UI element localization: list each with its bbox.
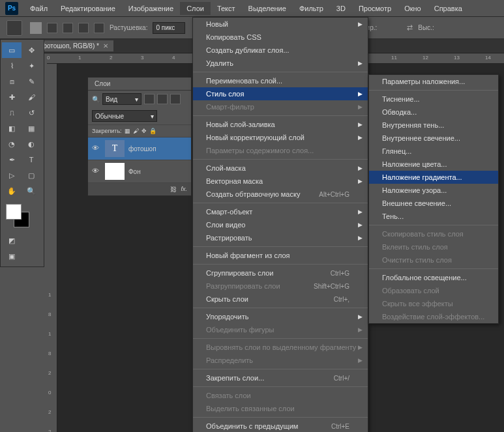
layers-tab[interactable]: Слои: [88, 78, 191, 91]
selection-new-icon[interactable]: [47, 23, 57, 33]
menu-item[interactable]: Удалить▶: [193, 57, 368, 70]
menu-item[interactable]: Внешнее свечение...: [369, 197, 498, 210]
menu-3d[interactable]: 3D: [330, 2, 352, 15]
menu-item[interactable]: Объединить с предыдущимCtrl+E: [193, 420, 368, 432]
shape-tool[interactable]: ▢: [22, 167, 41, 183]
link-icon[interactable]: ⛓: [170, 186, 177, 193]
color-swatches[interactable]: [5, 203, 31, 229]
feather-input[interactable]: [153, 22, 185, 34]
menu-item[interactable]: Слой-маска▶: [193, 162, 368, 175]
menu-фильтр[interactable]: Фильтр: [293, 2, 330, 15]
marquee-tool[interactable]: ▭: [2, 42, 22, 58]
menu-item[interactable]: Растрировать▶: [193, 231, 368, 244]
quickmask-tool[interactable]: ◩: [2, 233, 22, 248]
lock-all-icon[interactable]: 🔒: [149, 128, 156, 134]
screenmode-tool[interactable]: ▣: [2, 248, 22, 264]
menu-item[interactable]: Новый слой-заливка▶: [193, 118, 368, 131]
menu-item: Выделить связанные слои: [193, 402, 368, 415]
swap-icon[interactable]: ⇄: [407, 23, 413, 32]
menu-файл[interactable]: Файл: [23, 2, 54, 15]
close-icon[interactable]: ✕: [103, 42, 108, 50]
layer-item[interactable]: 👁 T фотошоп: [88, 137, 191, 160]
path-tool[interactable]: ▷: [2, 167, 22, 183]
menu-item[interactable]: Тиснение...: [369, 93, 498, 106]
menu-редактирование[interactable]: Редактирование: [54, 2, 122, 15]
brush-tool[interactable]: 🖌: [22, 89, 41, 105]
menu-item[interactable]: Векторная маска▶: [193, 175, 368, 188]
menu-item[interactable]: Новый▶: [193, 18, 368, 31]
menu-слои[interactable]: Слои: [180, 2, 211, 15]
menu-item[interactable]: Глобальное освещение...: [369, 271, 498, 284]
menu-item[interactable]: Наложение узора...: [369, 184, 498, 197]
stamp-tool[interactable]: ⎍: [2, 105, 22, 121]
menu-просмотр[interactable]: Просмотр: [352, 2, 398, 15]
lasso-tool[interactable]: ⌇: [2, 58, 22, 74]
gradient-tool[interactable]: ▦: [22, 121, 41, 136]
menu-item[interactable]: Слои видео▶: [193, 218, 368, 231]
marquee-shape-icon[interactable]: [30, 22, 42, 34]
zoom-tool[interactable]: 🔍: [22, 183, 41, 199]
menu-item: Скопировать стиль слоя: [369, 227, 498, 240]
menu-item[interactable]: Стиль слоя▶: [193, 87, 368, 100]
menu-item[interactable]: Наложение цвета...: [369, 158, 498, 171]
tool-preset-icon[interactable]: [7, 20, 22, 36]
menu-item[interactable]: Тень...: [369, 210, 498, 223]
crop-tool[interactable]: ⧈: [2, 74, 22, 89]
menu-item[interactable]: Упорядочить▶: [193, 310, 368, 323]
pen-tool[interactable]: ✒: [2, 152, 22, 167]
selection-intersect-icon[interactable]: [94, 23, 104, 33]
menu-изображение[interactable]: Изображение: [122, 2, 180, 15]
layer-thumbnail[interactable]: T: [105, 140, 125, 157]
menu-item[interactable]: Внутренняя тень...: [369, 119, 498, 132]
feather-label: Растушевка:: [110, 24, 147, 31]
foreground-color[interactable]: [6, 204, 22, 220]
dodge-tool[interactable]: ◐: [22, 136, 41, 152]
filter-icon-3[interactable]: [170, 94, 181, 104]
move-tool[interactable]: ✥: [22, 42, 41, 58]
blend-mode-select[interactable]: Обычные▾: [92, 110, 157, 122]
menu-item[interactable]: Смарт-объект▶: [193, 205, 368, 218]
visibility-icon[interactable]: 👁: [92, 167, 101, 176]
wand-tool[interactable]: ✦: [22, 58, 41, 74]
menu-item[interactable]: Создать обтравочную маскуAlt+Ctrl+G: [193, 188, 368, 201]
menu-item[interactable]: Новый корректирующий слой▶: [193, 131, 368, 144]
menu-item[interactable]: Обводка...: [369, 106, 498, 119]
menu-текст[interactable]: Текст: [211, 2, 242, 15]
lock-position-icon[interactable]: ✥: [141, 128, 147, 134]
menu-item[interactable]: Параметры наложения...: [369, 75, 498, 88]
menu-item[interactable]: Наложение градиента...: [369, 171, 498, 184]
menu-item[interactable]: Создать дубликат слоя...: [193, 44, 368, 57]
hand-tool[interactable]: ✋: [2, 183, 22, 199]
visibility-icon[interactable]: 👁: [92, 144, 101, 153]
lock-transparency-icon[interactable]: ▦: [125, 128, 130, 134]
filter-icon-2[interactable]: [157, 94, 168, 104]
lock-pixels-icon[interactable]: 🖌: [133, 128, 139, 134]
eyedropper-tool[interactable]: ✎: [22, 74, 41, 89]
blur-tool[interactable]: ◔: [2, 136, 22, 152]
menu-item[interactable]: Переименовать слой...: [193, 74, 368, 87]
eraser-tool[interactable]: ◧: [2, 121, 22, 136]
fx-icon[interactable]: fx.: [181, 186, 187, 193]
menu-окно[interactable]: Окно: [398, 2, 428, 15]
menu-item[interactable]: Глянец...: [369, 145, 498, 158]
selection-subtract-icon[interactable]: [78, 23, 89, 33]
menu-item: Связать слои: [193, 389, 368, 402]
filter-type-select[interactable]: Вид▾: [102, 93, 141, 105]
menu-выделение[interactable]: Выделение: [242, 2, 293, 15]
filter-icon-1[interactable]: [144, 94, 155, 104]
layer-item[interactable]: 👁 Фон: [88, 160, 191, 183]
menu-item[interactable]: Закрепить слои...Ctrl+/: [193, 371, 368, 384]
menu-item[interactable]: Новый фрагмент из слоя: [193, 249, 368, 262]
menu-item[interactable]: Сгруппировать слоиCtrl+G: [193, 266, 368, 280]
layer-thumbnail[interactable]: [105, 163, 125, 180]
menu-item[interactable]: Скрыть слоиCtrl+,: [193, 293, 368, 306]
layers-panel-bottom: ⛓ fx.: [88, 183, 191, 195]
history-brush-tool[interactable]: ↺: [22, 105, 41, 121]
menu-item[interactable]: Копировать CSS: [193, 31, 368, 44]
type-tool[interactable]: T: [22, 152, 41, 167]
selection-add-icon[interactable]: [63, 23, 73, 33]
healing-tool[interactable]: ✚: [2, 89, 22, 105]
menu-item[interactable]: Внутреннее свечение...: [369, 132, 498, 145]
search-icon[interactable]: 🔍: [92, 96, 100, 103]
menu-справка[interactable]: Справка: [428, 2, 469, 15]
